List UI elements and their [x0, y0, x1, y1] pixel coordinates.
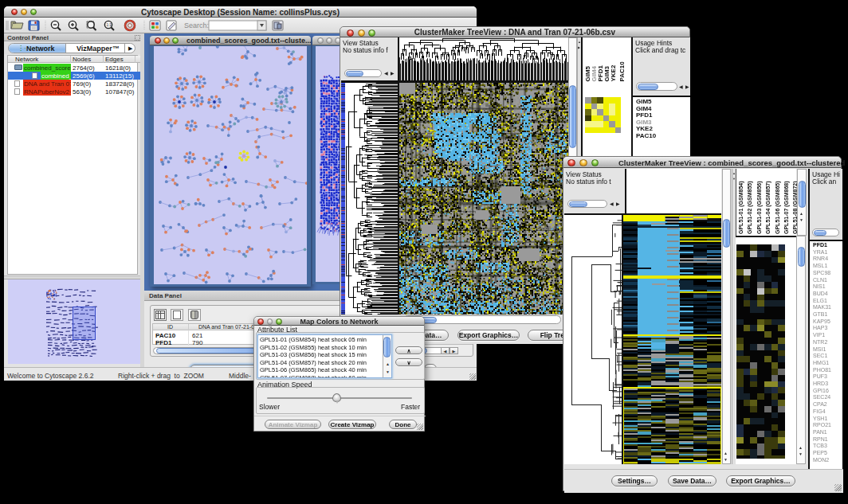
svg-text:GPL51-06 (GSM865): GPL51-06 (GSM865) — [775, 181, 781, 234]
svg-text:Search:: Search: — [184, 21, 209, 29]
svg-text:1:1: 1:1 — [107, 23, 112, 27]
svg-text:GPL51-02 (GSM855): GPL51-02 (GSM855) — [747, 181, 753, 234]
svg-text:GPL51-03 (GSM856): GPL51-03 (GSM856) — [756, 181, 763, 234]
svg-text:GPL51-01 (GSM854): GPL51-01 (GSM854) — [738, 181, 744, 234]
svg-text:GPL51-07 (GSM868): GPL51-07 (GSM868) — [783, 181, 790, 234]
svg-text:GPL51-04 (GSM857): GPL51-04 (GSM857) — [765, 181, 771, 234]
